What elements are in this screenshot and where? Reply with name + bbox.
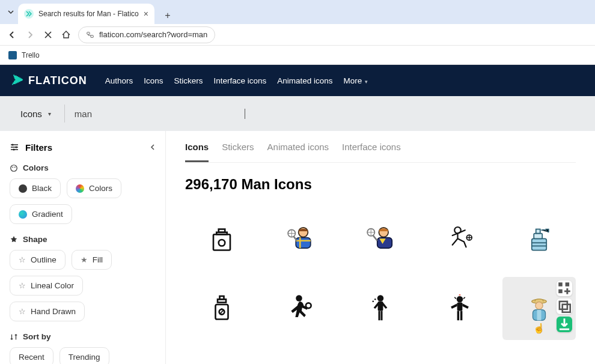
svg-rect-36 [380, 311, 382, 320]
url-text: flaticon.com/search?word=man [99, 30, 207, 39]
icon-result[interactable] [185, 277, 258, 340]
svg-rect-40 [457, 302, 463, 311]
svg-rect-8 [213, 234, 230, 250]
tab-stickers[interactable]: Stickers [222, 142, 254, 162]
site-settings-icon[interactable] [86, 31, 94, 39]
star-fill-icon: ★ [81, 255, 88, 264]
svg-rect-46 [537, 309, 542, 320]
chip-trending[interactable]: Trending [60, 347, 109, 364]
results-area: Icons Stickers Animated icons Interface … [166, 131, 595, 364]
svg-rect-13 [296, 237, 311, 248]
tab-list-dropdown[interactable] [4, 5, 18, 19]
star-icon [10, 235, 18, 244]
flaticon-logo[interactable]: ⮞ FLATICON [12, 74, 87, 88]
chip-hand-drawn[interactable]: ☆Hand Drawn [10, 302, 85, 321]
nav-more[interactable]: More ▾ [344, 76, 368, 85]
colors-heading: Colors [10, 163, 156, 172]
logo-text: FLATICON [28, 74, 87, 87]
browser-tab[interactable]: Search results for Man - Flatico × [18, 4, 154, 24]
swatch-colors-icon [76, 184, 84, 193]
star-outline-icon: ☆ [19, 255, 26, 264]
nav-authors[interactable]: Authors [105, 76, 133, 85]
svg-point-11 [219, 240, 225, 246]
svg-point-38 [372, 300, 374, 302]
svg-rect-22 [532, 238, 547, 250]
search-type-select[interactable]: Icons ▾ [20, 105, 65, 123]
home-icon[interactable] [60, 29, 72, 41]
icon-result[interactable] [502, 208, 576, 271]
icon-result-hover[interactable]: ☝️ [502, 277, 576, 340]
nav-interface-icons[interactable]: Interface icons [213, 76, 266, 85]
forward-icon [24, 29, 36, 41]
browser-tab-strip: Search results for Man - Flatico × + [0, 0, 595, 24]
icon-result[interactable] [344, 208, 417, 271]
svg-rect-48 [566, 282, 570, 287]
chip-lineal-color[interactable]: ☆Lineal Color [10, 276, 83, 296]
download-button[interactable] [557, 317, 572, 332]
svg-point-37 [374, 298, 376, 300]
svg-rect-24 [536, 229, 540, 233]
favicon-icon [24, 9, 34, 19]
palette-icon [10, 164, 18, 172]
back-icon[interactable] [6, 29, 18, 41]
svg-point-2 [11, 144, 13, 145]
results-title: 296,170 Man Icons [185, 176, 576, 193]
chip-fill[interactable]: ★Fill [72, 250, 112, 270]
chip-recent[interactable]: Recent [10, 347, 53, 364]
chip-gradient[interactable]: Gradient [10, 204, 72, 224]
address-bar[interactable]: flaticon.com/search?word=man [78, 26, 215, 43]
icon-result[interactable] [264, 277, 338, 340]
main-nav: Authors Icons Stickers Interface icons A… [105, 76, 368, 85]
bookmark-trello[interactable]: Trello [22, 51, 40, 59]
shape-heading: Shape [10, 235, 156, 244]
icon-grid: ☝️ [185, 208, 576, 340]
icon-result[interactable] [344, 277, 417, 340]
chevron-down-icon: ▾ [363, 79, 368, 85]
icon-result[interactable] [264, 208, 338, 271]
tab-icons[interactable]: Icons [185, 142, 209, 162]
svg-point-44 [536, 302, 543, 309]
search-type-label: Icons [20, 109, 42, 119]
close-icon[interactable]: × [144, 9, 148, 19]
search-input[interactable]: man [65, 109, 245, 119]
svg-rect-23 [534, 233, 542, 238]
svg-point-31 [296, 295, 302, 302]
icon-result[interactable] [185, 208, 258, 271]
tab-animated[interactable]: Animated icons [267, 142, 329, 162]
svg-rect-1 [91, 35, 93, 37]
svg-rect-34 [378, 301, 383, 311]
chevron-down-icon: ▾ [48, 111, 51, 117]
chip-black[interactable]: Black [10, 178, 61, 198]
tab-title: Search results for Man - Flatico [38, 10, 139, 18]
stop-icon[interactable] [42, 29, 54, 41]
logo-mark-icon: ⮞ [11, 74, 25, 88]
icon-result[interactable] [423, 277, 496, 340]
nav-animated-icons[interactable]: Animated icons [277, 76, 332, 85]
tab-interface[interactable]: Interface icons [342, 142, 401, 162]
svg-rect-47 [558, 282, 563, 287]
chip-outline[interactable]: ☆Outline [10, 250, 66, 270]
new-tab-button[interactable]: + [159, 7, 176, 24]
bookmarks-bar: Trello [0, 46, 595, 65]
svg-point-4 [13, 148, 14, 150]
svg-point-6 [12, 166, 13, 168]
svg-point-5 [11, 165, 17, 171]
svg-rect-35 [379, 311, 380, 320]
icon-result[interactable] [423, 208, 496, 271]
svg-rect-42 [460, 311, 463, 320]
svg-point-39 [457, 296, 463, 303]
svg-point-3 [15, 146, 17, 148]
chip-colors[interactable]: Colors [67, 178, 121, 198]
svg-point-7 [14, 166, 16, 168]
sliders-icon [10, 142, 19, 152]
search-bar: Icons ▾ man [0, 96, 595, 131]
nav-icons[interactable]: Icons [144, 76, 163, 85]
star-outline-icon: ☆ [19, 307, 26, 316]
svg-rect-29 [220, 296, 224, 299]
svg-rect-41 [457, 311, 460, 320]
svg-point-33 [377, 295, 384, 302]
collapse-sidebar-button[interactable] [150, 142, 156, 153]
swatch-gradient-icon [19, 210, 27, 219]
nav-stickers[interactable]: Stickers [174, 76, 203, 85]
svg-line-19 [373, 235, 377, 241]
